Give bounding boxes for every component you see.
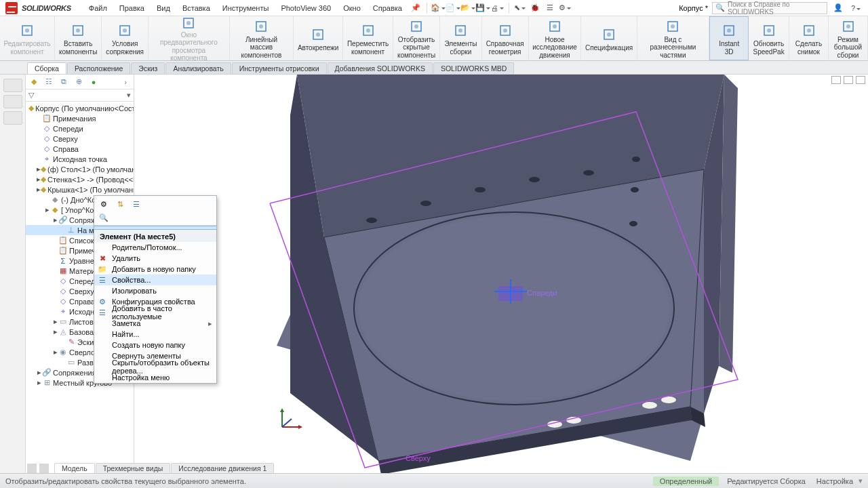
menu-photoview[interactable]: PhotoView 360 — [275, 3, 336, 14]
context-menu-item[interactable]: Создать новую папку — [94, 340, 216, 350]
ribbon-button[interactable]: Автокрепежи — [294, 16, 343, 60]
help-search-input[interactable]: 🔍 Поиск в Справке по SOLIDWORKS — [712, 2, 827, 14]
svg-line-64 — [282, 419, 292, 427]
tree-node[interactable]: ▸◆Стенка<1> -> (Провод<<По ум — [26, 174, 134, 184]
menu-edit[interactable]: Правка — [114, 3, 150, 14]
ribbon-button[interactable]: Окно предварительногопросмотра компонент… — [149, 16, 230, 60]
ribbon-button[interactable]: ОбновитьSpeedPak — [749, 16, 789, 60]
tree-node-icon: ◇ — [42, 125, 52, 133]
ctx-tool-icon[interactable]: 🔍 — [98, 212, 109, 223]
ctx-tool-icon[interactable]: ☰ — [131, 199, 142, 209]
tree-tab-icon[interactable]: ● — [88, 77, 99, 87]
print-icon[interactable]: 🖨 — [492, 3, 503, 14]
strip-btn[interactable] — [3, 95, 22, 108]
tree-tab-icon[interactable]: ◆ — [28, 77, 39, 87]
menu-file[interactable]: Файл — [83, 3, 113, 14]
ribbon-button[interactable]: Условиясопряжения — [102, 16, 149, 60]
ribbon-button[interactable]: Новоеисследованиедвижения — [529, 16, 582, 60]
command-tabs: СборкаРасположениеЭскизАнализироватьИнст… — [0, 61, 868, 75]
gear-icon[interactable]: ⚙ — [559, 3, 570, 14]
tree-node-icon: ◇ — [58, 277, 68, 285]
menu-help[interactable]: Справка — [368, 3, 408, 14]
save-icon[interactable]: 💾 — [477, 3, 488, 14]
tree-node-icon: ◇ — [58, 298, 68, 306]
context-menu-item[interactable]: ☰Свойства... — [94, 274, 216, 285]
bug-icon[interactable]: 🐞 — [530, 3, 540, 14]
ribbon-button[interactable]: Отобразитьскрытыекомпоненты — [393, 16, 440, 60]
context-menu-item[interactable]: Найти... — [94, 329, 216, 340]
svg-text:Сверху: Сверху — [406, 454, 431, 462]
command-tab[interactable]: SOLIDWORKS MBD — [433, 62, 514, 74]
context-menu-item[interactable]: Изолировать — [94, 285, 216, 296]
home-icon[interactable]: 🏠 — [433, 3, 443, 14]
tree-node-icon: ◆ — [41, 176, 46, 184]
command-tab[interactable]: Анализировать — [165, 62, 231, 74]
ribbon-button[interactable]: Переместитькомпонент — [343, 16, 393, 60]
bottom-tab-model[interactable]: Модель — [54, 463, 95, 473]
command-tab[interactable]: Инструменты отрисовки — [232, 62, 327, 74]
tree-tab-icon[interactable]: ⊕ — [73, 77, 84, 87]
ribbon-icon — [665, 19, 681, 35]
ribbon-label: Режимбольшойсборки — [834, 36, 862, 60]
ribbon-button[interactable]: Справочнаягеометрия — [482, 16, 529, 60]
context-menu-item[interactable]: Заметка▸ — [94, 318, 216, 329]
ribbon-button[interactable]: Вставитькомпоненты — [55, 16, 102, 60]
ribbon-button[interactable]: Редактироватькомпонент — [0, 16, 55, 60]
tree-node[interactable]: ⌖Исходная точка — [26, 154, 134, 164]
menu-tools[interactable]: Инструменты — [217, 3, 275, 14]
strip-btn[interactable] — [3, 79, 22, 92]
command-tab[interactable]: Расположение — [67, 62, 130, 74]
new-icon[interactable]: 📄 — [448, 3, 458, 14]
bottom-tab-nav[interactable] — [39, 464, 49, 473]
tree-node[interactable]: ▸◆Крышка<1> (По умолчанию<< — [26, 184, 134, 195]
tree-node[interactable]: ◇Спереди — [26, 123, 134, 134]
bottom-tab-nav[interactable] — [27, 464, 37, 473]
svg-point-33 — [846, 24, 850, 28]
menu-window[interactable]: Окно — [338, 3, 366, 14]
ribbon-button[interactable]: Спецификация — [581, 16, 637, 60]
command-tab[interactable]: Добавления SOLIDWORKS — [328, 62, 433, 74]
user-icon[interactable]: 👤 — [833, 3, 844, 14]
ribbon-button[interactable]: Instant3D — [709, 16, 749, 60]
tree-node[interactable]: ▸◆(ф) Стол<1> (По умолчанию<< — [26, 164, 134, 174]
command-tab[interactable]: Сборка — [27, 62, 66, 74]
bottom-tab-motion[interactable]: Исследование движения 1 — [171, 463, 274, 473]
context-menu-item[interactable]: Родитель/Потомок... — [94, 242, 216, 253]
context-menu-item[interactable]: ☰Добавить в часто используемые — [94, 307, 216, 318]
svg-point-3 — [76, 28, 80, 33]
cursor-icon[interactable]: ⬉ — [515, 3, 526, 14]
ribbon-button[interactable]: Элементысборки — [440, 16, 482, 60]
command-tab[interactable]: Эскиз — [131, 62, 165, 74]
context-menu-item[interactable]: 📁Добавить в новую папку — [94, 264, 216, 274]
context-menu-item[interactable]: ✖Удалить — [94, 253, 216, 264]
ribbon-button[interactable]: Линейный массивкомпонентов — [230, 16, 294, 60]
tree-node-icon: ▭ — [58, 318, 68, 326]
menu-insert[interactable]: Вставка — [177, 3, 216, 14]
tree-node[interactable]: 📋Примечания — [26, 113, 134, 123]
strip-btn[interactable] — [3, 111, 22, 125]
tree-tab-icon[interactable]: ☷ — [43, 77, 54, 87]
ribbon-button[interactable]: Режимбольшойсборки — [829, 16, 868, 60]
bottom-tab-3dviews[interactable]: Трехмерные виды — [96, 463, 171, 473]
viewport-3d[interactable]: Спереди Сверху — [134, 75, 868, 473]
open-icon[interactable]: 📂 — [462, 3, 473, 14]
ribbon-button[interactable]: Сделатьснимок — [789, 16, 829, 60]
list-icon[interactable]: ☰ — [545, 3, 555, 14]
ribbon-button[interactable]: Вид с разнесеннымичастями — [637, 16, 710, 60]
menu-view[interactable]: Вид — [151, 3, 176, 14]
tree-tab-icon[interactable]: ⧉ — [58, 77, 69, 87]
context-menu-item[interactable]: Скрыть/отобразить объекты дерева... — [94, 361, 216, 372]
help-icon[interactable]: ? — [850, 3, 861, 14]
status-settings[interactable]: Настройка — [811, 477, 859, 485]
tree-tab-more[interactable]: › — [120, 77, 131, 87]
svg-point-51 — [475, 187, 486, 192]
tree-node[interactable]: ◇Сверху — [26, 134, 134, 144]
tree-root[interactable]: ◆Корпус (По умолчанию<Состояни — [26, 103, 134, 113]
context-menu-item[interactable]: Настройка меню — [94, 372, 216, 383]
ctx-tool-icon[interactable]: ⚙ — [98, 199, 109, 209]
tree-filter[interactable]: ▽▾ — [26, 89, 134, 102]
pin-icon[interactable]: 📌 — [410, 3, 421, 14]
tree-node[interactable]: ◇Справа — [26, 144, 134, 154]
ribbon-label: Автокрепежи — [298, 44, 338, 52]
ctx-tool-icon[interactable]: ⇅ — [115, 199, 125, 209]
